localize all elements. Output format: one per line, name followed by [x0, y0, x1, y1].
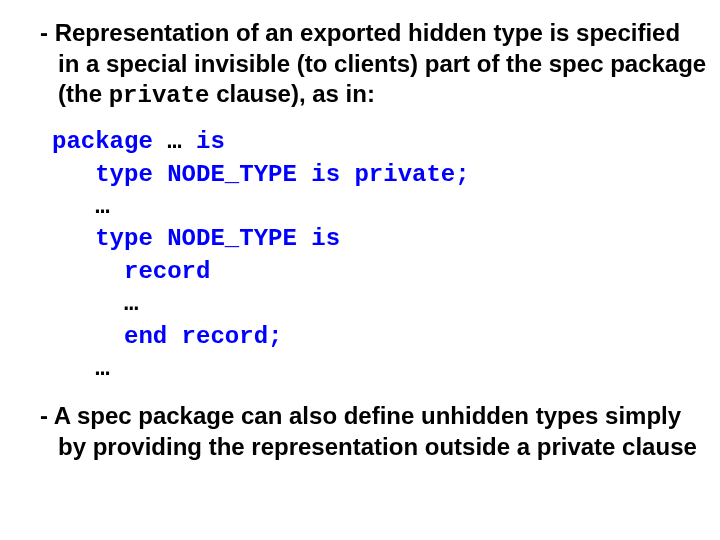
- bullet-1-text-b: clause), as in:: [210, 80, 375, 107]
- bullet-1-private-kw: private: [109, 82, 210, 109]
- code-l8: …: [52, 355, 110, 382]
- code-l1-a: package: [52, 128, 167, 155]
- bullet-2-text: A spec package can also define unhidden …: [54, 402, 697, 460]
- code-l1-c: is: [196, 128, 225, 155]
- bullet-1: - Representation of an exported hidden t…: [30, 18, 708, 112]
- bullet-1-dash: -: [40, 19, 55, 46]
- slide-body: - Representation of an exported hidden t…: [0, 0, 720, 540]
- code-l6: …: [52, 290, 138, 317]
- bullet-2-dash: -: [40, 402, 54, 429]
- code-l7: end record;: [52, 323, 282, 350]
- code-l2: type NODE_TYPE is private;: [52, 161, 470, 188]
- bullet-2: - A spec package can also define unhidde…: [30, 401, 708, 462]
- code-block: package … is type NODE_TYPE is private; …: [52, 126, 708, 385]
- code-l5: record: [52, 258, 210, 285]
- code-l3: …: [52, 193, 110, 220]
- code-l4: type NODE_TYPE is: [52, 225, 340, 252]
- code-l1-ellipsis: …: [167, 128, 196, 155]
